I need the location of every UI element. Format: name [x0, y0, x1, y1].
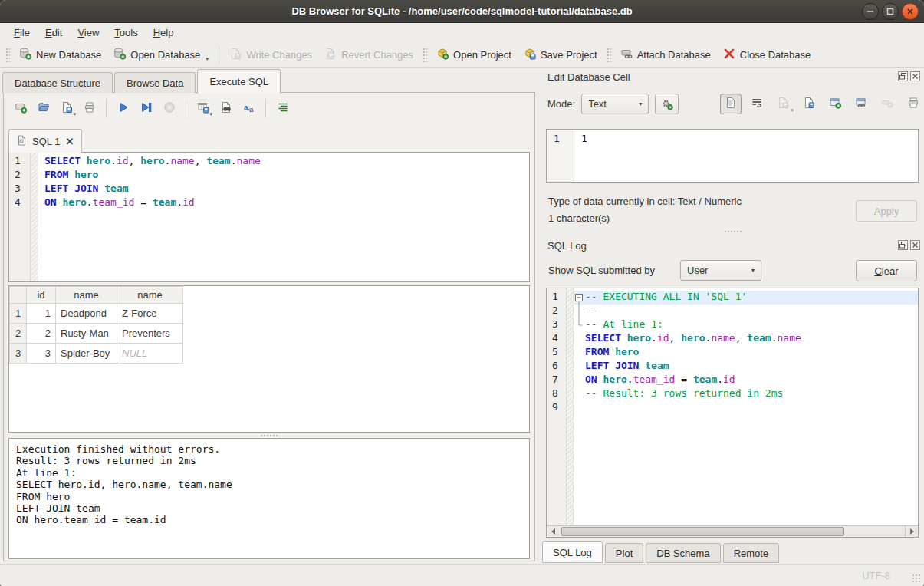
menu-item-tools[interactable]: Tools — [107, 25, 145, 41]
minimize-icon[interactable] — [862, 3, 879, 20]
toolbar-handle[interactable] — [5, 48, 10, 63]
splitter-handle[interactable] — [8, 433, 530, 438]
sql-toolbar: ▾▾aa — [10, 97, 293, 119]
open-database-button[interactable]: Open Database▾ — [107, 44, 215, 66]
scroll-left-icon[interactable] — [547, 526, 560, 537]
results-table[interactable]: idnamename11DeadpondZ-Force22Rusty-ManPr… — [9, 286, 183, 364]
resize-grip-icon[interactable] — [912, 574, 922, 584]
word-wrap-icon[interactable] — [746, 94, 768, 114]
new-sql-tab-icon[interactable] — [10, 99, 31, 117]
svg-text:a: a — [244, 102, 248, 110]
cell-editor-toolbar: ▾ — [720, 94, 924, 114]
toolbar-handle[interactable] — [607, 48, 611, 63]
log-line: 2-- — [547, 305, 918, 318]
menu-item-view[interactable]: View — [70, 25, 107, 41]
table-cell[interactable]: Z-Force — [117, 304, 183, 324]
table-corner-header[interactable] — [10, 287, 27, 304]
table-cell[interactable]: NULL — [117, 344, 183, 364]
row-header[interactable]: 3 — [10, 344, 27, 364]
open-project-button[interactable]: Open Project — [430, 44, 518, 66]
sql-code-area[interactable]: SELECT hero.id, hero.name, team.nameFROM… — [38, 153, 529, 281]
dock-tab-remote[interactable]: Remote — [723, 543, 780, 563]
horizontal-scrollbar[interactable] — [547, 525, 918, 537]
chevron-down-icon[interactable]: ▾ — [73, 111, 76, 117]
save-as-icon[interactable] — [798, 94, 820, 114]
toolbar-button-label: Open Database — [130, 49, 200, 61]
collapse-icon[interactable] — [575, 291, 583, 305]
clear-button[interactable]: Clear — [856, 260, 917, 281]
sql-editor[interactable]: 1234 SELECT hero.id, hero.name, team.nam… — [8, 152, 530, 282]
scrollbar-thumb[interactable] — [561, 527, 844, 536]
main-area: Database StructureBrowse DataExecute SQL… — [0, 68, 924, 564]
menu-item-help[interactable]: Help — [146, 25, 182, 41]
close-tab-icon[interactable]: ✕ — [65, 136, 74, 147]
column-header-id-0[interactable]: id — [27, 287, 56, 304]
maximize-icon[interactable] — [882, 3, 899, 20]
dock-tab-sql-log[interactable]: SQL Log — [542, 541, 603, 563]
close-icon[interactable] — [902, 3, 919, 20]
close-panel-icon[interactable] — [910, 240, 920, 250]
submitted-by-select[interactable]: User ▾ — [680, 260, 761, 281]
save-sql-file-icon[interactable]: ▾ — [56, 99, 77, 117]
apply-button[interactable]: Apply — [856, 200, 917, 222]
column-header-name-2[interactable]: name — [117, 287, 183, 304]
cell-editor[interactable]: 1 1 — [546, 129, 919, 183]
titlebar[interactable]: DB Browser for SQLite - /home/user/code/… — [0, 0, 924, 23]
export-cell-icon[interactable] — [824, 94, 846, 114]
find-icon[interactable] — [215, 99, 236, 117]
table-cell[interactable]: 3 — [27, 344, 56, 364]
tab-execute-sql[interactable]: Execute SQL — [197, 69, 281, 94]
text-mode-icon[interactable] — [720, 94, 742, 114]
column-header-name-1[interactable]: name — [56, 287, 117, 304]
chevron-down-icon[interactable]: ▾ — [206, 55, 209, 62]
splitter-handle[interactable] — [541, 231, 924, 232]
table-cell[interactable]: Spider-Boy — [56, 344, 117, 364]
scrollbar-track[interactable] — [560, 526, 905, 537]
execute-current-line-icon[interactable] — [136, 99, 156, 117]
line-number: 2 — [9, 169, 30, 183]
sql-log-view[interactable]: 1-- EXECUTING ALL IN 'SQL 1'2--3-- At li… — [546, 288, 919, 538]
scroll-right-icon[interactable] — [905, 526, 918, 537]
close-database-button[interactable]: Close Database — [717, 44, 817, 66]
menu-item-file[interactable]: File — [6, 25, 38, 41]
save-results-icon[interactable]: ▾ — [192, 99, 213, 117]
open-sql-file-icon[interactable] — [33, 99, 54, 117]
close-panel-icon[interactable] — [910, 71, 920, 81]
row-header[interactable]: 2 — [10, 324, 27, 344]
open-url-icon[interactable] — [850, 94, 872, 114]
table-cell[interactable]: Rusty-Man — [56, 324, 117, 344]
tab-database-structure[interactable]: Database Structure — [2, 72, 113, 93]
cell-content[interactable]: 1 — [574, 130, 918, 182]
toolbar-handle[interactable] — [423, 48, 427, 63]
table-row[interactable]: 11DeadpondZ-Force — [10, 304, 183, 324]
float-panel-icon[interactable] — [898, 71, 908, 81]
attach-database-button[interactable]: Attach Database — [614, 44, 717, 66]
line-number: 8 — [547, 387, 566, 399]
new-sql-tab-icon — [15, 101, 27, 116]
indent-icon[interactable] — [272, 99, 293, 117]
table-cell[interactable]: Deadpond — [56, 304, 117, 324]
sql-file-tab[interactable]: SQL 1 ✕ — [8, 129, 82, 153]
print-icon[interactable] — [79, 99, 100, 117]
format-sql-icon[interactable]: aa — [238, 99, 259, 117]
table-row[interactable]: 33Spider-BoyNULL — [10, 344, 183, 364]
mode-select[interactable]: Text ▾ — [581, 94, 649, 114]
row-header[interactable]: 1 — [10, 304, 27, 324]
fold-guide — [575, 305, 583, 318]
menu-item-edit[interactable]: Edit — [38, 25, 70, 41]
table-cell[interactable]: Preventers — [117, 324, 183, 344]
auto-switch-mode-button[interactable] — [655, 94, 679, 114]
log-code-line: ON hero.team_id = team.id — [585, 374, 918, 385]
table-cell[interactable]: 2 — [27, 324, 56, 344]
save-project-button[interactable]: Save Project — [518, 44, 603, 66]
print-icon[interactable] — [903, 94, 924, 114]
execute-all-icon[interactable] — [113, 99, 133, 117]
chevron-down-icon[interactable]: ▾ — [209, 111, 212, 117]
float-panel-icon[interactable] — [898, 240, 908, 250]
dock-tab-plot[interactable]: Plot — [605, 543, 643, 563]
table-row[interactable]: 22Rusty-ManPreventers — [10, 324, 183, 344]
tab-browse-data[interactable]: Browse Data — [114, 72, 196, 93]
table-cell[interactable]: 1 — [27, 304, 56, 324]
dock-tab-db-schema[interactable]: DB Schema — [646, 543, 720, 563]
new-database-button[interactable]: New Database — [13, 44, 107, 66]
